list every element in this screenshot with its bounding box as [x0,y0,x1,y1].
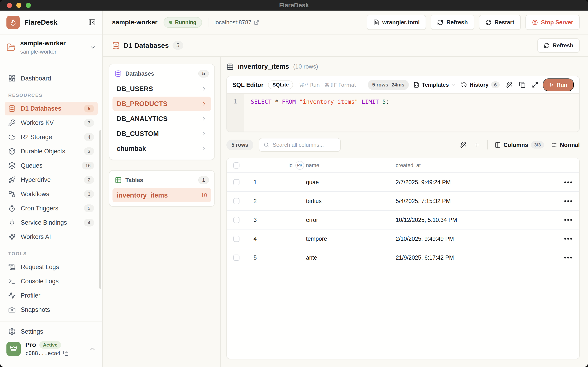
chevron-up-icon [89,345,96,352]
gear-icon [8,328,16,335]
panel-title: Databases [125,70,154,77]
page-count-badge: 5 [173,41,183,50]
table-row[interactable]: 2 tertius 5/4/2025, 7:15:32 PM [227,192,579,211]
close-button[interactable] [7,3,12,8]
refresh-button[interactable]: Refresh [431,15,474,30]
add-row-button[interactable] [473,142,480,148]
plus-icon [473,142,480,148]
sidebar-item-settings[interactable]: Settings [5,325,98,339]
page-refresh-button[interactable]: Refresh [538,38,580,53]
sidebar-item-profiler[interactable]: Profiler [5,289,98,302]
table-row[interactable]: 3 error 10/12/2025, 5:10:34 PM [227,211,579,229]
history-button[interactable]: History 6 [461,81,500,88]
density-button[interactable]: Normal [551,142,580,148]
sql-query-text: SELECT * FROM "inventory_items" LIMIT 5; [244,94,389,132]
wrangler-toml-button[interactable]: wrangler.toml [367,15,426,30]
project-subtitle: sample-worker [20,49,85,55]
row-checkbox[interactable] [233,198,239,204]
sidebar-item-cron-triggers[interactable]: Cron Triggers 5 [5,201,98,215]
crown-icon [7,342,21,356]
database-item-db-custom[interactable]: DB_CUSTOM [112,126,211,141]
host-link[interactable]: localhost:8787 [214,19,259,26]
table-item-inventory-items[interactable]: inventory_items 10 [112,188,211,202]
database-item-chumbak[interactable]: chumbak [112,142,211,156]
folder-open-icon [7,43,16,52]
database-item-db-products[interactable]: DB_PRODUCTS [112,97,211,111]
divider [487,140,488,150]
search-input[interactable] [273,142,336,148]
table-row[interactable]: 5 ante 21/9/2025, 6:17:42 PM [227,248,579,267]
terminal-icon [8,277,16,285]
column-header-id[interactable]: id [288,162,293,168]
status-dot [169,21,172,24]
cell-name: ante [306,254,396,261]
sidebar-item-snapshots[interactable]: Snapshots [5,303,98,317]
layers-icon [8,162,16,169]
database-item-db-users[interactable]: DB_USERS [112,82,211,96]
sidebar-header: FlareDesk [0,11,102,34]
sql-editor-title: SQL Editor [232,81,263,89]
zoom-button[interactable] [26,3,31,8]
row-checkbox[interactable] [233,217,239,223]
copy-query-button[interactable] [519,82,525,88]
stop-server-button[interactable]: Stop Server [525,15,580,30]
table-row[interactable]: 4 tempore 2/10/2025, 9:49:49 PM [227,229,579,248]
sidebar-item-service-bindings[interactable]: Service Bindings 4 [5,216,98,229]
column-header-name[interactable]: name [306,162,396,168]
wand-sparkles-icon [506,82,512,88]
sidebar-item-workers-kv[interactable]: Workers KV 3 [5,116,98,130]
workflow-icon [8,190,16,198]
sidebar-scrollbar[interactable] [99,130,101,289]
row-actions-button[interactable] [563,198,573,204]
shortcut-hints: ⌘↵ Run · ⌘⇧F Format [299,82,356,88]
dialect-badge: SQLite [268,81,293,89]
magic-wand-button[interactable] [460,142,467,148]
tables-panel-header: Tables 1 [112,174,211,188]
select-all-checkbox[interactable] [233,162,239,168]
sidebar-item-workflows[interactable]: Workflows 3 [5,187,98,201]
restart-button[interactable]: Restart [479,15,521,30]
sidebar-item-hyperdrive[interactable]: Hyperdrive 2 [5,173,98,187]
templates-button[interactable]: Templates [413,82,456,88]
sidebar-item-d1-databases[interactable]: D1 Databases 5 [5,102,98,116]
row-actions-button[interactable] [563,255,573,261]
sidebar-item-dashboard[interactable]: Dashboard [5,72,98,85]
sidebar-item-r2-storage[interactable]: R2 Storage 4 [5,130,98,144]
database-item-db-analytics[interactable]: DB_ANALYTICS [112,111,211,126]
minimize-button[interactable] [16,3,21,8]
primary-key-badge: PK [295,161,304,170]
count-badge: 4 [84,219,94,226]
row-actions-button[interactable] [563,179,573,185]
sidebar-item-workers-ai[interactable]: Workers AI [5,230,98,244]
table-icon [226,63,234,70]
sidebar-item-durable-objects[interactable]: Durable Objects 3 [5,144,98,158]
row-checkbox[interactable] [233,179,239,185]
box-icon [8,148,16,155]
sidebar-item-console-logs[interactable]: Console Logs [5,274,98,288]
row-checkbox[interactable] [233,255,239,261]
sidebar-item-queues[interactable]: Queues 16 [5,159,98,173]
page-title: D1 Databases [124,42,169,50]
copy-icon[interactable] [63,350,68,356]
collapse-sidebar-button[interactable] [88,18,96,26]
sidebar-item-request-logs[interactable]: Request Logs [5,260,98,274]
columns-button[interactable]: Columns 3/3 [495,141,544,149]
project-selector[interactable]: sample-worker sample-worker [0,34,102,60]
sql-code-area[interactable]: 1 SELECT * FROM "inventory_items" LIMIT … [227,94,579,132]
format-wand-button[interactable] [506,82,512,88]
cell-id: 2 [246,198,306,204]
column-header-created-at[interactable]: created_at [396,162,552,168]
count-badge: 5 [198,70,209,77]
table-row[interactable]: 1 quae 2/7/2025, 9:49:24 PM [227,173,579,192]
expand-editor-button[interactable] [532,82,538,88]
titlebar: FlareDesk [0,0,588,11]
plan-selector[interactable]: Pro Active c088...eca4 [5,341,98,356]
row-checkbox[interactable] [233,236,239,242]
search-box[interactable] [259,138,341,152]
activity-icon [8,292,16,299]
worker-name: sample-worker [112,19,158,26]
run-query-button[interactable]: Run [543,78,574,91]
query-stats-badge: 5 rows 24ms [368,80,409,90]
row-actions-button[interactable] [563,217,573,223]
row-actions-button[interactable] [563,236,573,242]
